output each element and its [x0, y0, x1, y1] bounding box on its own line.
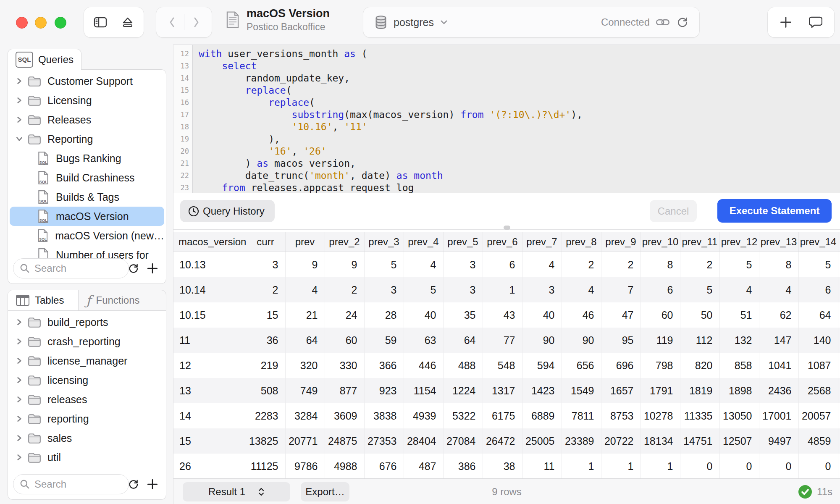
- editor-line-14[interactable]: 14 random_update_key,: [173, 72, 840, 84]
- column-header-prev-7[interactable]: prev_7: [522, 232, 562, 252]
- sidebar-query-item-builds-tags[interactable]: Builds & Tags: [10, 187, 164, 207]
- sidebar-table-item-util[interactable]: util: [10, 448, 164, 467]
- cell-prev_5-10.14[interactable]: 3: [443, 277, 483, 302]
- cell-prev_7-26[interactable]: 11: [522, 454, 562, 478]
- tab-tables[interactable]: Tables: [8, 290, 79, 310]
- cell-prev_13-12[interactable]: 1041: [759, 353, 798, 378]
- sidebar-table-item-reporting[interactable]: reporting: [10, 409, 164, 428]
- cell-prev_3-10.14[interactable]: 3: [364, 277, 404, 302]
- cell-prev_11-10.15[interactable]: 50: [680, 302, 719, 328]
- cell-prev_5-12[interactable]: 488: [443, 353, 483, 378]
- cell-prev_3-14[interactable]: 3838: [364, 403, 404, 428]
- cell-prev_4-10.14[interactable]: 5: [404, 277, 443, 302]
- cell-prev_7-13[interactable]: 1423: [522, 378, 562, 403]
- cell-prev_6-15[interactable]: 26472: [483, 428, 522, 454]
- cell-prev_4-13[interactable]: 1154: [404, 378, 443, 403]
- tables-refresh-button[interactable]: [125, 476, 142, 493]
- cell-macos_version-15[interactable]: 15: [173, 428, 246, 454]
- cell-prev_7-10.14[interactable]: 3: [522, 277, 562, 302]
- back-button[interactable]: [160, 11, 184, 33]
- cell-prev_4-10.15[interactable]: 40: [404, 302, 443, 328]
- chevron-collapsed-icon[interactable]: [13, 97, 26, 104]
- cell-curr-14[interactable]: 2283: [246, 403, 285, 428]
- cell-prev_6-14[interactable]: 6175: [483, 403, 522, 428]
- sidebar-query-item-build-crashiness[interactable]: Build Crashiness: [10, 168, 164, 187]
- forward-button[interactable]: [184, 11, 208, 33]
- cell-prev_11-26[interactable]: 0: [680, 454, 719, 478]
- zoom-window-button[interactable]: [55, 17, 66, 29]
- tables-search-field[interactable]: [13, 474, 129, 494]
- cell-prev_2-14[interactable]: 3609: [325, 403, 364, 428]
- sidebar-table-item-licensing[interactable]: licensing: [10, 370, 164, 390]
- cell-prev_11-10.13[interactable]: 2: [680, 252, 719, 278]
- column-header-prev-6[interactable]: prev_6: [483, 232, 522, 252]
- cell-prev_11-11[interactable]: 112: [680, 328, 719, 353]
- cell-prev-10.14[interactable]: 4: [285, 277, 325, 302]
- tab-functions[interactable]: ƒ Functions: [79, 290, 147, 310]
- close-window-button[interactable]: [16, 17, 28, 29]
- column-header-prev-12[interactable]: prev_12: [719, 232, 759, 252]
- cell-prev_5-10.15[interactable]: 35: [443, 302, 483, 328]
- cell-prev_5-13[interactable]: 1224: [443, 378, 483, 403]
- cell-prev_6-10.14[interactable]: 1: [483, 277, 522, 302]
- cell-prev_13-13[interactable]: 2436: [759, 378, 798, 403]
- cell-prev_14-10.15[interactable]: 64: [798, 302, 838, 328]
- cell-curr-10.14[interactable]: 2: [246, 277, 285, 302]
- editor-line-21[interactable]: 21 ) as macos_version,: [173, 158, 840, 170]
- sidebar-table-item-crash-reporting[interactable]: crash_reporting: [10, 332, 164, 351]
- column-header-prev-10[interactable]: prev_10: [640, 232, 680, 252]
- cell-prev_13-10.15[interactable]: 62: [759, 302, 798, 328]
- chevron-collapsed-icon[interactable]: [13, 396, 26, 403]
- cell-prev_2-15[interactable]: 24875: [325, 428, 364, 454]
- cell-prev_14-14[interactable]: 20057: [798, 403, 838, 428]
- cell-prev_8-11[interactable]: 90: [562, 328, 601, 353]
- cell-curr-10.13[interactable]: 3: [246, 252, 285, 278]
- cell-prev_4-15[interactable]: 28404: [404, 428, 443, 454]
- sidebar-query-item-licensing[interactable]: Licensing: [10, 91, 164, 110]
- column-header-prev-11[interactable]: prev_11: [680, 232, 719, 252]
- cell-prev_12-11[interactable]: 132: [719, 328, 759, 353]
- cell-prev_3-13[interactable]: 923: [364, 378, 404, 403]
- queries-search-input[interactable]: [34, 262, 115, 275]
- cell-prev_2-26[interactable]: 4988: [325, 454, 364, 478]
- cell-prev_6-10.15[interactable]: 43: [483, 302, 522, 328]
- cell-prev_11-10.14[interactable]: 5: [680, 277, 719, 302]
- column-header-prev-3[interactable]: prev_3: [364, 232, 404, 252]
- cell-prev_9-10.15[interactable]: 47: [601, 302, 640, 328]
- cell-prev_3-11[interactable]: 59: [364, 328, 404, 353]
- sidebar-query-item-customer-support[interactable]: Customer Support: [10, 71, 164, 91]
- cell-macos_version-10.13[interactable]: 10.13: [173, 252, 246, 278]
- cell-macos_version-13[interactable]: 13: [173, 378, 246, 403]
- editor-line-20[interactable]: 20 '16', '26': [173, 145, 840, 158]
- cell-prev_9-15[interactable]: 20722: [601, 428, 640, 454]
- cell-prev-10.13[interactable]: 9: [285, 252, 325, 278]
- tables-search-input[interactable]: [34, 478, 115, 491]
- cell-prev_3-15[interactable]: 27353: [364, 428, 404, 454]
- editor-line-11[interactable]: 11: [173, 45, 840, 48]
- cell-prev_6-12[interactable]: 548: [483, 353, 522, 378]
- cell-prev_10-11[interactable]: 119: [640, 328, 680, 353]
- cell-prev_14-12[interactable]: 1087: [798, 353, 838, 378]
- cell-prev_10-13[interactable]: 1791: [640, 378, 680, 403]
- queries-refresh-button[interactable]: [125, 260, 142, 277]
- cell-prev_7-15[interactable]: 25005: [522, 428, 562, 454]
- cell-prev_10-14[interactable]: 10278: [640, 403, 680, 428]
- cell-prev_7-10.15[interactable]: 40: [522, 302, 562, 328]
- cell-prev_7-14[interactable]: 6889: [522, 403, 562, 428]
- editor-line-19[interactable]: 19 ),: [173, 133, 840, 145]
- cell-prev_7-11[interactable]: 90: [522, 328, 562, 353]
- chevron-expanded-icon[interactable]: [13, 135, 26, 143]
- cell-macos_version-26[interactable]: 26: [173, 454, 246, 478]
- sidebar-toggle-icon[interactable]: [94, 17, 107, 28]
- cell-prev_13-10.14[interactable]: 4: [759, 277, 798, 302]
- cell-prev_12-13[interactable]: 1898: [719, 378, 759, 403]
- cell-prev_10-26[interactable]: 1: [640, 454, 680, 478]
- cell-prev-26[interactable]: 9786: [285, 454, 325, 478]
- cell-prev_11-15[interactable]: 14751: [680, 428, 719, 454]
- editor-line-22[interactable]: 22 date_trunc('month', date) as month: [173, 170, 840, 182]
- cell-prev-10.15[interactable]: 21: [285, 302, 325, 328]
- column-header-prev-13[interactable]: prev_13: [759, 232, 798, 252]
- cell-prev_12-12[interactable]: 858: [719, 353, 759, 378]
- chevron-collapsed-icon[interactable]: [13, 338, 26, 345]
- editor-line-17[interactable]: 17 substring(max(macos_version) from '(?…: [173, 109, 840, 121]
